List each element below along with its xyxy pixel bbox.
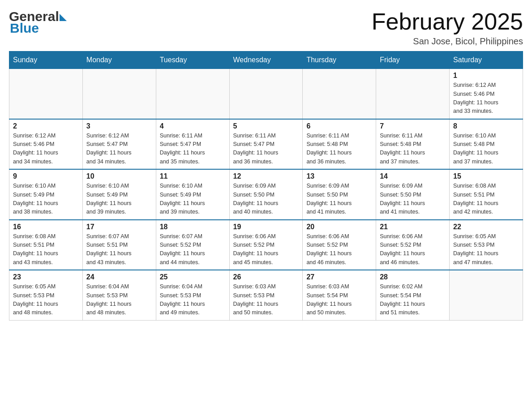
location-subtitle: San Jose, Bicol, Philippines [372,36,523,47]
calendar-cell: 28Sunrise: 6:02 AMSunset: 5:54 PMDayligh… [376,270,450,320]
day-info: Sunrise: 6:09 AMSunset: 5:50 PMDaylight:… [233,182,299,217]
calendar-cell: 7Sunrise: 6:11 AMSunset: 5:48 PMDaylight… [376,119,450,170]
calendar-cell: 22Sunrise: 6:05 AMSunset: 5:53 PMDayligh… [450,220,523,270]
header-monday: Monday [82,51,156,69]
calendar-cell: 8Sunrise: 6:10 AMSunset: 5:48 PMDaylight… [450,119,523,170]
calendar-week-row: 23Sunrise: 6:05 AMSunset: 5:53 PMDayligh… [9,270,523,320]
day-info: Sunrise: 6:05 AMSunset: 5:53 PMDaylight:… [13,283,79,317]
day-number: 25 [160,273,226,281]
logo: General Blue [9,9,67,36]
day-number: 2 [13,122,79,130]
day-number: 22 [453,223,519,231]
day-info: Sunrise: 6:04 AMSunset: 5:53 PMDaylight:… [160,283,226,317]
day-info: Sunrise: 6:11 AMSunset: 5:48 PMDaylight:… [306,132,372,167]
calendar-week-row: 16Sunrise: 6:08 AMSunset: 5:51 PMDayligh… [9,220,523,270]
day-info: Sunrise: 6:03 AMSunset: 5:53 PMDaylight:… [233,283,299,317]
day-number: 10 [86,172,152,180]
header-saturday: Saturday [450,51,523,69]
day-number: 15 [453,172,519,180]
header-thursday: Thursday [303,51,376,69]
calendar-cell: 24Sunrise: 6:04 AMSunset: 5:53 PMDayligh… [82,270,156,320]
calendar-cell [376,69,450,119]
day-number: 23 [13,273,79,281]
logo-chevron-icon [60,14,67,21]
header-friday: Friday [376,51,450,69]
calendar-cell: 16Sunrise: 6:08 AMSunset: 5:51 PMDayligh… [9,220,83,270]
calendar-cell: 2Sunrise: 6:12 AMSunset: 5:46 PMDaylight… [9,119,83,170]
day-number: 3 [86,122,152,130]
calendar-cell [9,69,83,119]
calendar-cell: 12Sunrise: 6:09 AMSunset: 5:50 PMDayligh… [229,169,303,220]
calendar-cell [156,69,229,119]
day-number: 14 [380,172,446,180]
month-title: February 2025 [372,9,523,34]
day-info: Sunrise: 6:03 AMSunset: 5:54 PMDaylight:… [306,283,372,317]
calendar-cell: 21Sunrise: 6:06 AMSunset: 5:52 PMDayligh… [376,220,450,270]
day-info: Sunrise: 6:11 AMSunset: 5:48 PMDaylight:… [380,132,446,167]
header-sunday: Sunday [9,51,83,69]
logo-blue-text: Blue [9,21,67,36]
calendar-cell: 17Sunrise: 6:07 AMSunset: 5:51 PMDayligh… [82,220,156,270]
calendar-cell: 14Sunrise: 6:09 AMSunset: 5:50 PMDayligh… [376,169,450,220]
day-info: Sunrise: 6:09 AMSunset: 5:50 PMDaylight:… [380,182,446,217]
day-info: Sunrise: 6:12 AMSunset: 5:46 PMDaylight:… [453,81,519,116]
day-info: Sunrise: 6:06 AMSunset: 5:52 PMDaylight:… [233,232,299,267]
day-number: 7 [380,122,446,130]
header-row: Sunday Monday Tuesday Wednesday Thursday… [9,51,523,69]
calendar-cell: 10Sunrise: 6:10 AMSunset: 5:49 PMDayligh… [82,169,156,220]
calendar-cell: 6Sunrise: 6:11 AMSunset: 5:48 PMDaylight… [303,119,376,170]
calendar-cell: 3Sunrise: 6:12 AMSunset: 5:47 PMDaylight… [82,119,156,170]
day-info: Sunrise: 6:10 AMSunset: 5:49 PMDaylight:… [86,182,152,217]
day-info: Sunrise: 6:11 AMSunset: 5:47 PMDaylight:… [233,132,299,167]
title-area: February 2025 San Jose, Bicol, Philippin… [372,9,523,47]
header-wednesday: Wednesday [229,51,303,69]
calendar-cell: 13Sunrise: 6:09 AMSunset: 5:50 PMDayligh… [303,169,376,220]
day-number: 27 [306,273,372,281]
calendar-cell: 20Sunrise: 6:06 AMSunset: 5:52 PMDayligh… [303,220,376,270]
day-info: Sunrise: 6:10 AMSunset: 5:48 PMDaylight:… [453,132,519,167]
day-number: 11 [160,172,226,180]
day-info: Sunrise: 6:09 AMSunset: 5:50 PMDaylight:… [306,182,372,217]
day-info: Sunrise: 6:08 AMSunset: 5:51 PMDaylight:… [453,182,519,217]
day-info: Sunrise: 6:02 AMSunset: 5:54 PMDaylight:… [380,283,446,317]
day-number: 19 [233,223,299,231]
calendar-cell: 23Sunrise: 6:05 AMSunset: 5:53 PMDayligh… [9,270,83,320]
calendar-week-row: 2Sunrise: 6:12 AMSunset: 5:46 PMDaylight… [9,119,523,170]
day-number: 18 [160,223,226,231]
day-info: Sunrise: 6:11 AMSunset: 5:47 PMDaylight:… [160,132,226,167]
day-info: Sunrise: 6:12 AMSunset: 5:46 PMDaylight:… [13,132,79,167]
day-info: Sunrise: 6:07 AMSunset: 5:51 PMDaylight:… [86,232,152,267]
calendar-cell [303,69,376,119]
day-info: Sunrise: 6:06 AMSunset: 5:52 PMDaylight:… [380,232,446,267]
calendar-cell [450,270,523,320]
calendar-week-row: 1Sunrise: 6:12 AMSunset: 5:46 PMDaylight… [9,69,523,119]
day-number: 13 [306,172,372,180]
day-number: 20 [306,223,372,231]
calendar-cell: 15Sunrise: 6:08 AMSunset: 5:51 PMDayligh… [450,169,523,220]
day-info: Sunrise: 6:10 AMSunset: 5:49 PMDaylight:… [160,182,226,217]
day-number: 8 [453,122,519,130]
calendar-cell: 25Sunrise: 6:04 AMSunset: 5:53 PMDayligh… [156,270,229,320]
calendar-cell: 11Sunrise: 6:10 AMSunset: 5:49 PMDayligh… [156,169,229,220]
calendar-cell: 27Sunrise: 6:03 AMSunset: 5:54 PMDayligh… [303,270,376,320]
calendar-cell: 4Sunrise: 6:11 AMSunset: 5:47 PMDaylight… [156,119,229,170]
day-number: 24 [86,273,152,281]
day-number: 28 [380,273,446,281]
calendar-cell: 26Sunrise: 6:03 AMSunset: 5:53 PMDayligh… [229,270,303,320]
calendar-cell: 19Sunrise: 6:06 AMSunset: 5:52 PMDayligh… [229,220,303,270]
header-tuesday: Tuesday [156,51,229,69]
day-number: 12 [233,172,299,180]
day-info: Sunrise: 6:12 AMSunset: 5:47 PMDaylight:… [86,132,152,167]
calendar-cell [82,69,156,119]
day-number: 21 [380,223,446,231]
day-info: Sunrise: 6:04 AMSunset: 5:53 PMDaylight:… [86,283,152,317]
calendar-week-row: 9Sunrise: 6:10 AMSunset: 5:49 PMDaylight… [9,169,523,220]
calendar-cell [229,69,303,119]
day-number: 16 [13,223,79,231]
day-number: 5 [233,122,299,130]
day-info: Sunrise: 6:07 AMSunset: 5:52 PMDaylight:… [160,232,226,267]
day-info: Sunrise: 6:06 AMSunset: 5:52 PMDaylight:… [306,232,372,267]
day-number: 1 [453,72,519,80]
day-number: 9 [13,172,79,180]
calendar-table: Sunday Monday Tuesday Wednesday Thursday… [9,51,523,321]
